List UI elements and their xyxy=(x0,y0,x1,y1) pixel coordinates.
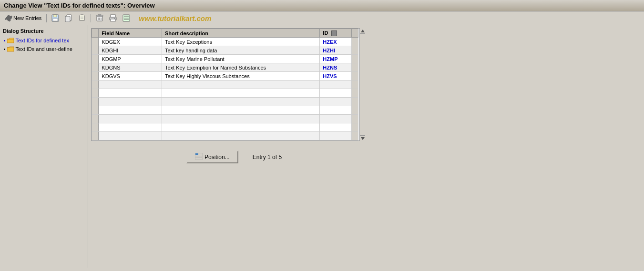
table-row[interactable] xyxy=(92,132,358,141)
table-row[interactable] xyxy=(92,80,358,89)
table-row[interactable]: KDGHIText key handling dataHZHI xyxy=(92,46,358,55)
cell-id xyxy=(320,106,351,115)
cell-id xyxy=(320,123,351,132)
sidebar-item-text-ids-user[interactable]: • Text IDs and user-define xyxy=(2,45,86,53)
cell-field-name: KDGVS xyxy=(99,72,162,80)
cell-short-desc xyxy=(162,123,319,132)
cell-field-name xyxy=(99,115,162,123)
cell-field-name xyxy=(99,98,162,106)
row-scroll-placeholder xyxy=(351,106,358,115)
cell-short-desc: Text Key Exceptions xyxy=(162,38,319,46)
row-indicator xyxy=(92,55,99,63)
row-scroll-placeholder xyxy=(351,63,358,72)
sidebar-item-text-ids-defined[interactable]: • Text IDs for defined tex xyxy=(2,37,86,44)
col-indicator-header xyxy=(92,29,99,38)
title-bar: Change View "Text IDs for defined texts"… xyxy=(0,0,644,11)
scroll-track xyxy=(360,34,365,135)
cell-short-desc xyxy=(162,115,319,123)
cell-field-name: KDGHI xyxy=(99,46,162,55)
export-button[interactable] xyxy=(121,13,132,23)
cell-id: HZEX xyxy=(320,38,351,46)
col-scrollbar-header xyxy=(351,29,358,38)
cell-short-desc xyxy=(162,132,319,141)
cell-short-desc: Text Key Marine Pollutant xyxy=(162,55,319,63)
scroll-down-btn[interactable] xyxy=(360,135,365,141)
table-row[interactable] xyxy=(92,123,358,132)
main-content: Dialog Structure • Text IDs for defined … xyxy=(0,25,644,268)
cell-short-desc: Text key handling data xyxy=(162,46,319,55)
svg-rect-11 xyxy=(98,14,101,15)
dialog-structure-title: Dialog Structure xyxy=(2,27,86,35)
row-indicator xyxy=(92,72,99,80)
cell-id xyxy=(320,98,351,106)
scroll-up-btn[interactable] xyxy=(360,28,365,34)
folder-icon-2 xyxy=(7,46,14,52)
col-field-name-header[interactable]: Field Name xyxy=(99,29,162,38)
cell-short-desc xyxy=(162,98,319,106)
folder-icon-1 xyxy=(7,37,14,44)
row-indicator xyxy=(92,63,99,72)
row-indicator xyxy=(92,89,99,98)
toolbar: New Entries xyxy=(0,11,644,25)
row-indicator xyxy=(92,123,99,132)
table-body: KDGEXText Key ExceptionsHZEXKDGHIText ke… xyxy=(92,38,358,141)
svg-rect-6 xyxy=(81,17,83,17)
table-row[interactable]: KDGNSText Key Exemption for Named Substa… xyxy=(92,63,358,72)
row-indicator xyxy=(92,46,99,55)
print-button[interactable] xyxy=(107,13,119,23)
table-row[interactable]: KDGMPText Key Marine PollutantHZMP xyxy=(92,55,358,63)
svg-point-18 xyxy=(114,18,115,19)
print-icon xyxy=(109,14,117,22)
cell-field-name xyxy=(99,106,162,115)
paste-icon xyxy=(78,14,86,22)
col-id-header[interactable]: ID xyxy=(320,29,351,38)
watermark: www.tutorialkart.com xyxy=(139,14,211,22)
bullet-2: • xyxy=(4,47,6,52)
cell-short-desc xyxy=(162,80,319,89)
svg-rect-30 xyxy=(195,158,202,158)
svg-marker-25 xyxy=(361,137,365,140)
data-table: Field Name Short description ID xyxy=(92,29,358,141)
table-row[interactable]: KDGVSText Key Highly Viscous SubstancesH… xyxy=(92,72,358,80)
bullet-1: • xyxy=(4,38,6,43)
table-row[interactable] xyxy=(92,98,358,106)
settings-button[interactable]: New Entries xyxy=(3,13,43,23)
row-scroll-placeholder xyxy=(351,115,358,123)
row-indicator xyxy=(92,106,99,115)
position-button[interactable]: Position... xyxy=(186,151,238,163)
export-icon xyxy=(123,14,130,22)
cell-field-name xyxy=(99,123,162,132)
table-container: Field Name Short description ID xyxy=(91,28,365,141)
row-indicator xyxy=(92,115,99,123)
save-button[interactable] xyxy=(50,13,61,23)
svg-rect-2 xyxy=(53,15,57,17)
svg-rect-27 xyxy=(195,153,198,155)
delete-button[interactable] xyxy=(94,13,105,23)
col-short-desc-header[interactable]: Short description xyxy=(162,29,319,38)
table-scrollbar[interactable] xyxy=(359,28,365,141)
row-scroll-placeholder xyxy=(351,38,358,46)
cell-field-name xyxy=(99,80,162,89)
cell-id xyxy=(320,132,351,141)
table-row[interactable] xyxy=(92,115,358,123)
paste-button[interactable] xyxy=(76,13,88,23)
new-entries-label: New Entries xyxy=(13,15,41,21)
copy-button[interactable] xyxy=(63,13,74,23)
table-row[interactable] xyxy=(92,106,358,115)
row-scroll-placeholder xyxy=(351,72,358,80)
table-row[interactable] xyxy=(92,89,358,98)
position-button-label: Position... xyxy=(204,154,230,161)
row-scroll-placeholder xyxy=(351,98,358,106)
col-id-settings-icon[interactable] xyxy=(331,30,337,36)
cell-short-desc: Text Key Highly Viscous Substances xyxy=(162,72,319,80)
cell-field-name: KDGNS xyxy=(99,63,162,72)
row-indicator xyxy=(92,38,99,46)
cell-id: HZVS xyxy=(320,72,351,80)
svg-marker-24 xyxy=(361,30,365,32)
cell-field-name xyxy=(99,132,162,141)
row-scroll-placeholder xyxy=(351,55,358,63)
table-row[interactable]: KDGEXText Key ExceptionsHZEX xyxy=(92,38,358,46)
position-icon xyxy=(195,153,203,161)
svg-rect-8 xyxy=(81,19,83,19)
cell-id xyxy=(320,89,351,98)
